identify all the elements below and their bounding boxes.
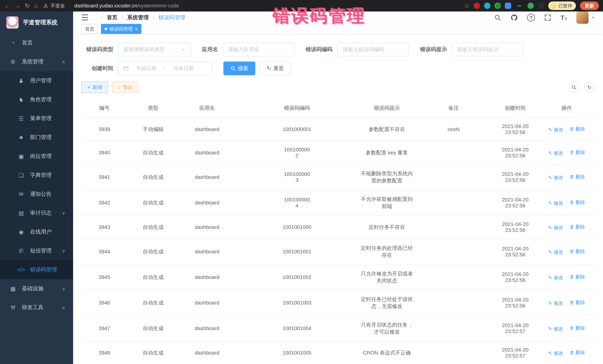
sidebar-item[interactable]: ▦ 基础设施 ∨	[0, 279, 73, 298]
github-icon[interactable]	[510, 14, 518, 21]
fullscreen-icon[interactable]	[544, 14, 551, 21]
search-icon[interactable]	[494, 14, 501, 21]
extension-icon-red[interactable]	[474, 3, 480, 9]
profile-sync-paused-badge[interactable]: 已暂停	[548, 1, 576, 10]
sidebar-item[interactable]: ☰ 菜单管理	[0, 109, 73, 128]
delete-button[interactable]: 删除	[570, 174, 585, 180]
security-indicator[interactable]: ⚠ 不安全	[43, 3, 65, 9]
toggle-search-button[interactable]	[568, 82, 579, 93]
cell-id: 3948	[81, 341, 128, 364]
edit-button[interactable]: ✎ 修改	[548, 249, 563, 255]
warning-icon: ⚠	[43, 3, 48, 9]
url-host: dashboard.yudao.iocoder.cn	[74, 3, 137, 9]
add-button[interactable]: + 新增	[81, 82, 108, 93]
avatar[interactable]	[576, 11, 589, 24]
sidebar-item[interactable]: ❏ 字典管理	[0, 166, 73, 185]
profile-avatar-icon	[550, 3, 556, 9]
delete-button[interactable]: 删除	[570, 349, 585, 356]
delete-button[interactable]: 删除	[570, 224, 585, 230]
delete-button[interactable]: 删除	[570, 325, 585, 331]
sidebar-item[interactable]: ⚙ 系统管理 ∧	[0, 52, 73, 71]
refresh-table-button[interactable]: ↻	[584, 82, 595, 93]
sidebar-item[interactable]: ♣ 部门管理	[0, 128, 73, 147]
extension-grid-icon[interactable]	[505, 3, 511, 9]
edit-button[interactable]: ✎ 修改	[548, 200, 563, 207]
extension-icon-sprout[interactable]	[527, 3, 534, 9]
forward-icon[interactable]: →	[14, 3, 20, 9]
date-range-picker[interactable]: -	[118, 62, 212, 75]
dict-icon: ❏	[17, 172, 26, 178]
edit-button[interactable]: ✎ 修改	[548, 127, 563, 133]
delete-button[interactable]: 删除	[570, 126, 585, 132]
extension-icon-teal[interactable]	[484, 3, 490, 9]
sidebar-item[interactable]: ▣ 岗位管理	[0, 147, 73, 166]
reset-button[interactable]: ↻ 重置	[260, 62, 291, 75]
edit-button[interactable]: ✎ 修改	[548, 275, 563, 281]
breadcrumb-item[interactable]: 系统管理	[118, 14, 149, 21]
sidebar-item[interactable]: ◉ 在线用户	[0, 222, 73, 241]
breadcrumb-item[interactable]: 错误码管理	[149, 14, 185, 21]
tab[interactable]: 首页 ×	[81, 24, 98, 34]
extension-icon-tampermonkey[interactable]	[538, 3, 544, 9]
edit-button[interactable]: ✎ 修改	[548, 300, 563, 307]
help-icon[interactable]: ?	[527, 14, 535, 22]
edit-button[interactable]: ✎ 修改	[548, 350, 563, 357]
bookmark-star-icon[interactable]: ☆	[464, 3, 470, 9]
user-menu[interactable]: ▼	[576, 11, 595, 24]
cell-code: 100100000 3	[235, 164, 359, 190]
cell-app: dashboard	[179, 239, 235, 265]
hamburger-icon[interactable]: ☰	[81, 13, 89, 22]
reload-icon[interactable]: ↻	[25, 3, 30, 9]
tab-close-icon[interactable]: ×	[135, 26, 138, 31]
edit-button[interactable]: ✎ 修改	[548, 224, 563, 231]
extension-on-badge[interactable]: on	[515, 3, 523, 9]
home-icon[interactable]: ⌂	[34, 3, 38, 9]
cell-type: 自动生成	[128, 164, 179, 190]
cell-time: 2021-04-20 23:52:56	[492, 290, 538, 316]
sidebar-item[interactable]: ⚒ 研发工具 ∨	[0, 298, 73, 317]
error-code-input[interactable]	[337, 43, 409, 56]
sidebar-item[interactable]: ▤ 审计日志 ∨	[0, 203, 73, 222]
error-hint-input[interactable]	[452, 43, 523, 56]
delete-button[interactable]: 删除	[570, 149, 585, 156]
cell-remark	[415, 190, 492, 216]
sidebar-item[interactable]: ♞ 角色管理	[0, 90, 73, 109]
delete-button[interactable]: 删除	[570, 299, 585, 306]
post-icon: ▣	[17, 153, 26, 160]
table-row: 3947 自动生成 dashboard 1001001004 只有开启状态的任务…	[81, 316, 595, 341]
edit-button[interactable]: ✎ 修改	[548, 174, 563, 181]
end-date-input[interactable]	[169, 66, 198, 71]
gear-icon: ⚙	[9, 59, 17, 65]
sidebar-item[interactable]: </> 错误码管理	[0, 260, 73, 279]
address-bar[interactable]: dashboard.yudao.iocoder.cn/system/error-…	[74, 3, 460, 9]
delete-button[interactable]: 删除	[570, 274, 585, 280]
font-size-icon[interactable]: TT	[560, 14, 567, 21]
error-type-select[interactable]: 请选择错误码类型	[118, 43, 191, 56]
cell-remark	[415, 316, 492, 341]
export-button[interactable]: ↓ 导出	[112, 82, 139, 93]
navbar-actions: ? TT ▼	[494, 11, 595, 24]
extension-icon-green[interactable]	[494, 3, 501, 9]
column-header: 操作	[538, 99, 595, 118]
edit-button[interactable]: ✎ 修改	[548, 326, 563, 332]
delete-button[interactable]: 删除	[570, 248, 585, 255]
back-icon[interactable]: ←	[4, 3, 10, 9]
cell-id: 3942	[81, 190, 128, 216]
cell-hint: 参数配置 key 重复	[359, 141, 415, 164]
cell-actions: ✎ 修改 删除	[538, 341, 595, 364]
sidebar-item[interactable]: ◔ 首页	[0, 33, 73, 52]
delete-button[interactable]: 删除	[570, 199, 585, 206]
tab[interactable]: 错误码管理 ×	[101, 24, 141, 34]
edit-icon: ✎	[548, 326, 552, 331]
edit-button[interactable]: ✎ 修改	[548, 150, 563, 156]
sidebar-item[interactable]: ✉ 通知公告	[0, 185, 73, 203]
update-button[interactable]: 更新	[580, 1, 599, 10]
search-button[interactable]: 搜索	[223, 62, 255, 75]
sms-icon: ✆	[17, 248, 26, 254]
chevron-icon: ∨	[62, 286, 65, 291]
breadcrumb-item[interactable]: 首页	[97, 14, 117, 21]
sidebar-item[interactable]: ✆ 短信管理 ∨	[0, 241, 73, 260]
start-date-input[interactable]	[132, 66, 161, 71]
app-name-input[interactable]	[223, 43, 294, 56]
sidebar-item[interactable]: ♟ 用户管理	[0, 71, 73, 90]
